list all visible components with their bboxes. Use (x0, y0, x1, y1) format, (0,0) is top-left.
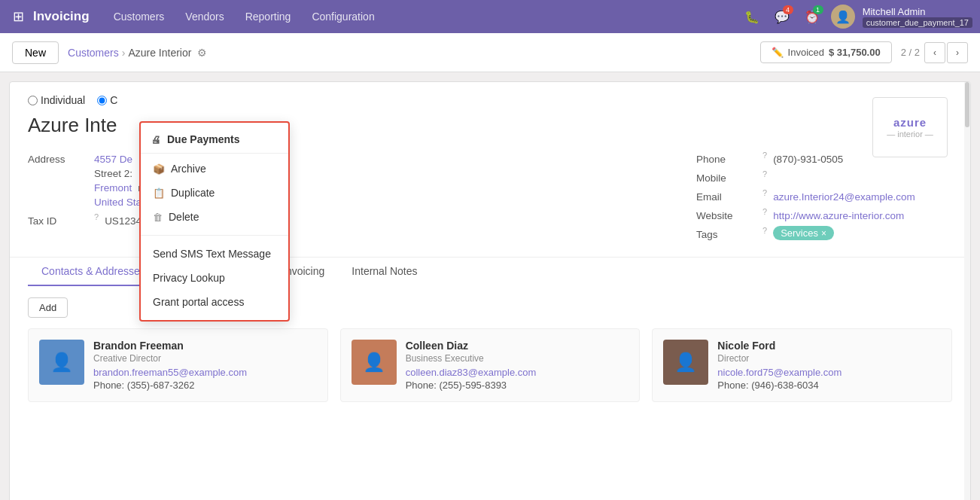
contact-phone-0: Phone: (355)-687-3262 (93, 380, 317, 391)
invoice-icon: ✏️ (772, 47, 784, 58)
main-content: 🖨 Due Payments 📦 Archive 📋 Duplicate 🗑 D… (9, 81, 971, 500)
contact-card-0: 👤 Brandon Freeman Creative Director bran… (28, 328, 328, 402)
invoiced-button[interactable]: ✏️ Invoiced $ 31,750.00 (760, 41, 892, 63)
gear-button[interactable]: ⚙ (194, 45, 210, 60)
nav-links: Customers Vendors Reporting Configuratio… (105, 6, 384, 27)
dropdown-menu: 🖨 Due Payments 📦 Archive 📋 Duplicate 🗑 D… (139, 121, 290, 322)
dropdown-sms[interactable]: Send SMS Text Message (141, 242, 288, 266)
nav-right: 🐛 💬 4 ⏰ 1 👤 Mitchell Admin customer_due_… (741, 5, 972, 29)
scrollbar-track[interactable] (964, 82, 970, 500)
email-help: ? (762, 188, 767, 197)
phone-label: Phone (696, 151, 756, 165)
printer-icon: 🖨 (151, 134, 161, 145)
company-logo: azure — interior — (872, 97, 948, 157)
contact-email-2[interactable]: nicole.ford75@example.com (717, 367, 941, 378)
contact-email-1[interactable]: colleen.diaz83@example.com (406, 367, 629, 378)
breadcrumb-parent[interactable]: Customers (68, 47, 119, 59)
dropdown-section-manage: 📦 Archive 📋 Duplicate 🗑 Delete (141, 154, 288, 232)
tags-field: Tags ? Services × (696, 226, 952, 240)
contact-avatar-1: 👤 (352, 340, 397, 385)
invoiced-label: Invoiced (788, 47, 824, 58)
contact-name-2: Nicole Ford (717, 340, 941, 352)
contact-role-0: Creative Director (93, 353, 317, 364)
avatar[interactable]: 👤 (831, 5, 855, 29)
contact-name-0: Brandon Freeman (93, 340, 317, 352)
user-info: Mitchell Admin customer_due_payment_17 (863, 6, 972, 28)
logo-text-line2: — interior — (887, 130, 933, 139)
user-name: Mitchell Admin (863, 6, 972, 17)
breadcrumb-current: Azure Interior (128, 47, 191, 59)
contact-card-2: 👤 Nicole Ford Director nicole.ford75@exa… (652, 328, 952, 402)
contact-name-1: Colleen Diaz (406, 340, 629, 352)
contact-role-1: Business Executive (406, 353, 629, 364)
nav-reporting[interactable]: Reporting (236, 6, 300, 27)
dropdown-section-actions: Send SMS Text Message Privacy Lookup Gra… (141, 239, 288, 317)
dropdown-archive[interactable]: 📦 Archive (141, 157, 288, 181)
chat-badge: 4 (783, 5, 793, 14)
bug-icon[interactable]: 🐛 (741, 5, 763, 28)
nav-vendors[interactable]: Vendors (176, 6, 233, 27)
tax-id-label: Tax ID (28, 212, 88, 227)
clock-icon[interactable]: ⏰ 1 (801, 5, 823, 28)
contact-role-2: Director (717, 353, 941, 364)
prev-record-button[interactable]: ‹ (924, 42, 945, 63)
radio-company[interactable]: C (97, 94, 117, 106)
dropdown-privacy[interactable]: Privacy Lookup (141, 266, 288, 290)
tag-services-text: Services (781, 227, 818, 239)
logo-text-line1: azure (887, 116, 933, 130)
tab-internal-notes[interactable]: Internal Notes (338, 258, 431, 286)
tax-id-field: Tax ID ? US12345677 (28, 212, 666, 227)
tag-remove-icon[interactable]: × (821, 228, 826, 239)
email-label: Email (696, 188, 756, 203)
scrollbar-thumb[interactable] (965, 82, 969, 127)
contact-avatar-0: 👤 (39, 340, 84, 385)
website-field: Website ? http://www.azure-interior.com (696, 207, 952, 221)
breadcrumb-bar: New Customers › Azure Interior ⚙ ✏️ Invo… (0, 33, 980, 72)
invoiced-amount: $ 31,750.00 (829, 47, 881, 58)
website-help: ? (762, 207, 767, 216)
top-nav: ⊞ Invoicing Customers Vendors Reporting … (0, 0, 980, 33)
email-value[interactable]: azure.Interior24@example.com (773, 188, 915, 203)
contacts-grid: 👤 Brandon Freeman Creative Director bran… (28, 328, 952, 402)
record-counter: 2 / 2 ‹ › (901, 42, 968, 63)
email-field: Email ? azure.Interior24@example.com (696, 188, 952, 203)
mobile-help: ? (762, 169, 767, 178)
app-grid-icon[interactable]: ⊞ (8, 6, 29, 27)
dropdown-delete[interactable]: 🗑 Delete (141, 205, 288, 229)
mobile-field: Mobile ? (696, 169, 952, 184)
breadcrumb: Customers › Azure Interior ⚙ (68, 45, 210, 60)
delete-icon: 🗑 (153, 212, 163, 223)
form-left: Address 4557 De Street 2: Fremont nia (U… (28, 151, 666, 245)
contact-email-0[interactable]: brandon.freeman55@example.com (93, 367, 317, 378)
archive-icon: 📦 (153, 163, 165, 175)
dropdown-portal[interactable]: Grant portal access (141, 290, 288, 314)
form-right: Phone ? (870)-931-0505 Mobile ? Email ? … (696, 151, 952, 245)
tags-label: Tags (696, 226, 756, 240)
contact-phone-1: Phone: (255)-595-8393 (406, 380, 629, 391)
nav-customers[interactable]: Customers (105, 6, 174, 27)
website-label: Website (696, 207, 756, 221)
address-city[interactable]: Fremont (94, 179, 132, 194)
contact-avatar-2: 👤 (663, 340, 708, 385)
clock-badge: 1 (813, 5, 823, 14)
radio-individual[interactable]: Individual (28, 94, 85, 106)
add-contact-button[interactable]: Add (28, 297, 68, 318)
nav-configuration[interactable]: Configuration (303, 6, 383, 27)
address-label: Address (28, 151, 88, 165)
mobile-label: Mobile (696, 169, 756, 184)
dropdown-separator (141, 235, 288, 236)
type-radio-group: Individual C (28, 94, 952, 106)
new-button[interactable]: New (12, 41, 59, 64)
app-name: Invoicing (33, 9, 90, 24)
dropdown-duplicate[interactable]: 📋 Duplicate (141, 181, 288, 205)
tags-help: ? (762, 226, 767, 235)
phone-help: ? (762, 151, 767, 160)
duplicate-icon: 📋 (153, 188, 165, 199)
next-record-button[interactable]: › (947, 42, 968, 63)
website-value[interactable]: http://www.azure-interior.com (773, 207, 904, 221)
tag-services: Services × (773, 226, 834, 240)
chat-icon[interactable]: 💬 4 (771, 5, 793, 28)
phone-value: (870)-931-0505 (773, 151, 843, 165)
due-payments-label: Due Payments (167, 133, 239, 145)
tax-id-help: ? (94, 212, 99, 221)
